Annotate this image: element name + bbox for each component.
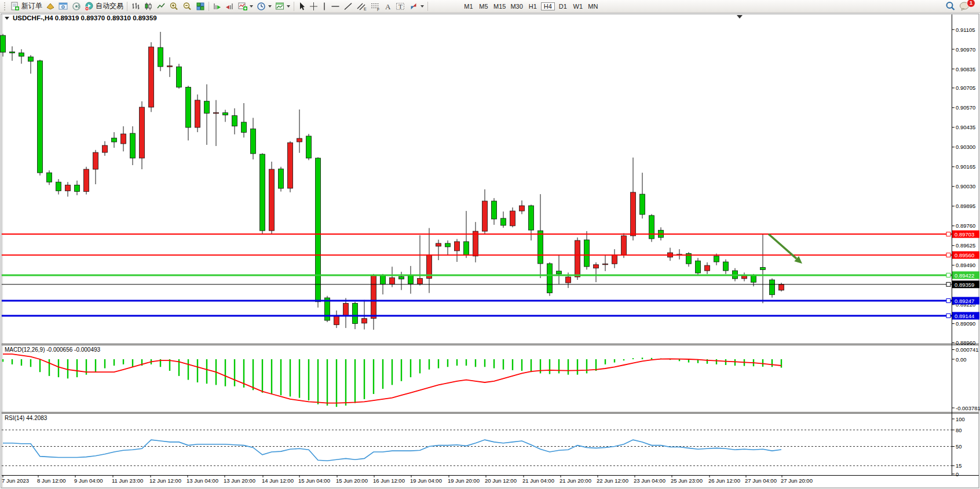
candle-body: [482, 201, 488, 231]
new-order-button[interactable]: 新订单: [9, 1, 44, 12]
timeframe-button-D1[interactable]: D1: [556, 2, 570, 10]
candle-body: [445, 243, 451, 247]
market-depth-button[interactable]: [44, 1, 57, 12]
trendline-tool-button[interactable]: [342, 1, 354, 12]
crosshair-tool-button[interactable]: [308, 1, 320, 12]
timeframe-button-M1[interactable]: M1: [462, 2, 476, 10]
candle-body: [1, 35, 6, 52]
candle-body: [473, 231, 478, 256]
horizontal-line-icon: [331, 2, 340, 11]
signals-button[interactable]: [70, 1, 83, 12]
candle-body: [557, 271, 562, 274]
timeframe-button-W1[interactable]: W1: [571, 2, 585, 10]
price-badge-label: 0.89359: [955, 282, 974, 288]
arrows-tool-button[interactable]: [407, 1, 426, 12]
periods-button[interactable]: [255, 1, 273, 12]
candle-body: [723, 262, 729, 271]
timeframe-button-MN[interactable]: MN: [586, 2, 600, 10]
bar-chart-mode-button[interactable]: [129, 1, 142, 12]
fibonacci-icon: F: [370, 2, 381, 11]
hline-anchor-marker[interactable]: [946, 299, 950, 303]
price-tick-label: 0.90835: [956, 66, 975, 72]
market-watch-button[interactable]: [57, 1, 70, 12]
timeframe-button-H4[interactable]: H4: [541, 2, 555, 10]
templates-button[interactable]: [273, 1, 292, 12]
cursor-tool-button[interactable]: [296, 1, 308, 12]
candle-body: [538, 231, 543, 264]
time-tick-label: 8 Jun 12:00: [37, 477, 66, 484]
candle-body: [334, 316, 339, 325]
candle-body: [19, 53, 24, 56]
candle-body: [520, 206, 525, 211]
hline-anchor-marker[interactable]: [946, 314, 950, 318]
timeframe-button-H1[interactable]: H1: [526, 2, 540, 10]
autotrading-icon: [85, 2, 94, 11]
hline-anchor-marker[interactable]: [946, 253, 950, 257]
vertical-line-tool-button[interactable]: [320, 1, 329, 12]
templates-icon: [275, 2, 284, 11]
candle-body: [232, 116, 237, 126]
line-chart-icon: [156, 2, 166, 11]
templates-dropdown-icon[interactable]: [287, 5, 290, 8]
autotrading-button[interactable]: 自动交易: [83, 1, 125, 12]
timeframe-button-M15[interactable]: M15: [492, 2, 507, 10]
channel-tool-button[interactable]: E: [354, 1, 368, 12]
candle-body: [223, 113, 228, 115]
hline-anchor-marker[interactable]: [946, 282, 950, 286]
zoom-out-button[interactable]: [181, 1, 194, 12]
text-tool-button[interactable]: A: [382, 1, 394, 12]
chart-shift-button[interactable]: [224, 1, 236, 12]
time-tick-label: 13 Jun 04:00: [187, 477, 218, 484]
candle-body: [140, 107, 145, 158]
indicators-dropdown-icon[interactable]: [250, 5, 253, 8]
fibonacci-tool-button[interactable]: F: [368, 1, 382, 12]
candle-body: [603, 264, 608, 265]
zoom-in-button[interactable]: [167, 1, 181, 12]
arrows-dropdown-icon[interactable]: [420, 5, 424, 8]
toolbar-separator: [427, 2, 428, 11]
notifications-button[interactable]: 1: [957, 1, 972, 12]
rsi-label: RSI(14) 44.2083: [5, 415, 47, 421]
chart-window[interactable]: USDCHF-,H4 0.89319 0.89370 0.89310 0.893…: [0, 0, 980, 489]
text-label-tool-button[interactable]: T: [394, 1, 407, 12]
price-tick-label: 0.89490: [956, 262, 975, 268]
time-tick-label: 12 Jun 12:00: [149, 477, 181, 484]
candle-body: [93, 152, 98, 169]
candle-body: [288, 143, 293, 188]
tile-windows-button[interactable]: [194, 1, 207, 12]
search-button[interactable]: [944, 1, 957, 12]
candle-body: [621, 236, 627, 255]
timeframe-button-M30[interactable]: M30: [509, 2, 524, 10]
time-tick-label: 25 Jun 23:00: [671, 477, 703, 484]
rsi-tick-label: 0: [956, 471, 959, 477]
svg-text:A: A: [385, 2, 391, 11]
candle-body: [770, 280, 775, 295]
hline-anchor-marker[interactable]: [946, 232, 950, 236]
trendline-icon: [343, 2, 353, 11]
candle-body: [242, 122, 247, 133]
macd-tick-label: 0.000741: [956, 346, 979, 353]
candlestick-mode-button[interactable]: [142, 1, 155, 12]
macd-label: MACD(12,26,9) -0.000656 -0.000493: [5, 346, 101, 353]
periods-dropdown-icon[interactable]: [268, 5, 272, 8]
candle-body: [28, 57, 34, 61]
candle-body: [510, 211, 515, 226]
horizontal-line-tool-button[interactable]: [329, 1, 342, 12]
candle-body: [575, 240, 580, 277]
candle-body: [464, 242, 469, 255]
hline-anchor-marker[interactable]: [946, 273, 950, 277]
candle-body: [612, 255, 617, 264]
time-tick-label: 23 Jun 04:00: [634, 477, 665, 484]
time-tick-label: 22 Jun 12:00: [597, 477, 628, 484]
symbol-title: USDCHF-,H4 0.89319 0.89370 0.89310 0.893…: [13, 14, 157, 21]
auto-scroll-button[interactable]: [211, 1, 224, 12]
timeframe-button-M5[interactable]: M5: [477, 2, 491, 10]
candle-body: [547, 264, 553, 293]
line-chart-mode-button[interactable]: [155, 1, 167, 12]
time-tick-label: 26 Jun 12:00: [708, 477, 740, 484]
time-tick-label: 19 Jun 20:00: [448, 477, 480, 484]
signals-icon: [72, 2, 81, 11]
zoom-in-icon: [169, 2, 179, 11]
chart-title: USDCHF-,H4 0.89319 0.89370 0.89310 0.893…: [5, 14, 157, 21]
indicators-button[interactable]: [236, 1, 255, 12]
